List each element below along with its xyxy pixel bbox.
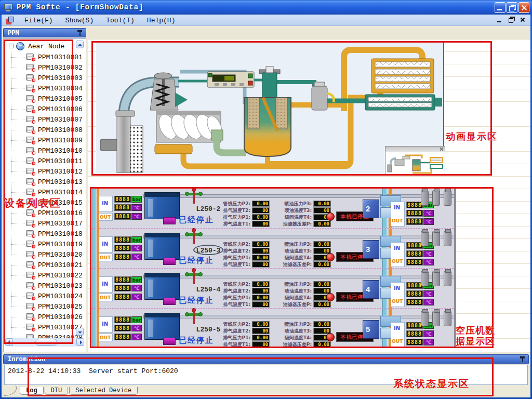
field-value: 0.00 — [313, 201, 331, 207]
led-display: 8888 — [114, 213, 131, 220]
tree-item-PPM10310005[interactable]: PPM10310005 — [4, 94, 86, 104]
tree-item-PPM10310014[interactable]: PPM10310014 — [4, 187, 86, 197]
tree-item-label: PPM10310025 — [38, 303, 83, 311]
tree-item-PPM10310001[interactable]: PPM10310001 — [4, 52, 86, 62]
network-globe-icon — [16, 42, 24, 50]
tree-item-PPM10310027[interactable]: PPM10310027 — [4, 322, 86, 332]
tree-item-PPM10310011[interactable]: PPM10310011 — [4, 156, 86, 166]
tree-item-PPM10310009[interactable]: PPM10310009 — [4, 135, 86, 145]
animation-thumbnail-window[interactable] — [385, 146, 445, 176]
field-label: 管线压力P2: — [218, 321, 250, 327]
led-display: 8888 — [406, 290, 423, 297]
tree-connector — [11, 286, 24, 286]
in-label: IN — [394, 245, 400, 251]
tree-item-label: PPM10310003 — [38, 74, 83, 82]
client-area: PPM Aear Node PPM10310001PPM10310002PPM1… — [2, 26, 530, 397]
filter-canister-icon — [444, 231, 451, 246]
out-label: OUT — [100, 215, 111, 220]
status-led — [163, 217, 176, 224]
offline-x-icon — [31, 68, 36, 72]
filter-canister-icon — [432, 271, 440, 286]
led-display: 8888 — [114, 334, 131, 340]
field-label: 排气压力P1: — [218, 255, 250, 261]
tree-item-PPM10310015[interactable]: PPM10310015 — [4, 197, 86, 208]
offline-x-icon — [31, 192, 36, 197]
compressor-animation-canvas — [96, 43, 444, 176]
device-node-icon — [26, 105, 35, 113]
tree-item-label: PPM10310016 — [38, 209, 83, 217]
tree-connector — [11, 88, 24, 89]
mdi-restore-button[interactable] — [508, 16, 515, 23]
offline-x-icon — [31, 296, 36, 301]
horizontal-scrollbar[interactable] — [5, 338, 84, 347]
tree-item-PPM10310006[interactable]: PPM10310006 — [4, 104, 86, 114]
tab-dtu[interactable]: DTU — [45, 387, 69, 395]
status-text: 已经停止 — [179, 256, 214, 265]
pin-icon[interactable] — [520, 356, 525, 363]
filter-canister-icon — [432, 190, 440, 206]
scroll-right-button[interactable] — [76, 338, 84, 346]
scroll-down-button[interactable] — [76, 328, 84, 336]
tree-item-PPM10310007[interactable]: PPM10310007 — [4, 114, 86, 125]
tree-item-PPM10310017[interactable]: PPM10310017 — [4, 218, 86, 229]
log-output-area: 2012-8-22 14:10:33 Server start Port:602… — [4, 365, 528, 385]
offline-x-icon — [31, 203, 36, 207]
offline-x-icon — [31, 234, 36, 238]
tree-item-PPM10310008[interactable]: PPM10310008 — [4, 125, 86, 135]
tree-item-label: PPM10310004 — [38, 85, 83, 92]
restore-button[interactable] — [507, 2, 517, 13]
tree-item-PPM10310020[interactable]: PPM10310020 — [4, 249, 86, 260]
menu-item-helph[interactable]: Help(H) — [141, 16, 182, 25]
tree-item-PPM10310026[interactable]: PPM10310026 — [4, 312, 86, 322]
menu-item-filef[interactable]: File(F) — [18, 16, 59, 25]
filter-canister-icon — [421, 231, 429, 246]
scroll-left-button[interactable] — [5, 338, 13, 346]
tree-item-label: PPM10310020 — [38, 251, 83, 259]
tree-connector — [11, 265, 24, 265]
tab-selected-device[interactable]: Selected Device — [69, 387, 138, 395]
tree-item-PPM10310019[interactable]: PPM10310019 — [4, 239, 86, 249]
minimize-button[interactable] — [495, 2, 506, 13]
tree-item-PPM10310021[interactable]: PPM10310021 — [4, 260, 86, 270]
field-label: 喷油温度T3: — [276, 328, 312, 334]
temperature-unit-badge: ℃ — [423, 339, 434, 345]
offline-x-icon — [31, 140, 36, 145]
temperature-unit-badge: ℃ — [131, 285, 142, 291]
tree-item-PPM10310013[interactable]: PPM10310013 — [4, 177, 86, 187]
led-display: 8888 — [406, 339, 423, 345]
tree-item-PPM10310024[interactable]: PPM10310024 — [4, 291, 86, 301]
field-label: 排气温度T2: — [218, 328, 250, 334]
alarm-lamp-icon — [326, 212, 335, 221]
tree-item-PPM10310012[interactable]: PPM10310012 — [4, 166, 86, 177]
tree-connector — [11, 171, 24, 172]
tree-item-PPM10310025[interactable]: PPM10310025 — [4, 301, 86, 312]
offline-x-icon — [31, 151, 36, 155]
tree-item-PPM10310002[interactable]: PPM10310002 — [4, 62, 86, 73]
tree-item-PPM10310023[interactable]: PPM10310023 — [4, 281, 86, 291]
pin-icon[interactable] — [77, 30, 83, 36]
scrollbar-thumb[interactable] — [35, 339, 57, 346]
tree-item-PPM10310016[interactable]: PPM10310016 — [4, 208, 86, 218]
tree-item-PPM10310003[interactable]: PPM10310003 — [4, 73, 86, 83]
thumbnail-close-icon[interactable] — [440, 147, 444, 151]
collapse-icon[interactable] — [9, 44, 14, 48]
field-label: 管线压力P2: — [218, 241, 250, 247]
tree-root-node[interactable]: Aear Node — [4, 42, 86, 52]
scroll-up-button[interactable] — [76, 41, 84, 48]
thumbnail-title-bar[interactable] — [385, 147, 445, 152]
temperature-unit-badge: ℃ — [131, 204, 142, 211]
tree-item-PPM10310022[interactable]: PPM10310022 — [4, 270, 86, 281]
tree-item-PPM10310010[interactable]: PPM10310010 — [4, 145, 86, 156]
field-label: 排气温度T1: — [218, 221, 250, 227]
tree-item-PPM10310018[interactable]: PPM10310018 — [4, 229, 86, 239]
menu-item-toolt[interactable]: Tool(T) — [100, 16, 141, 25]
tab-log[interactable]: Log — [20, 387, 44, 395]
mdi-close-button[interactable] — [519, 16, 526, 23]
field-value: 0.00 — [252, 201, 270, 207]
field-value: 00 — [252, 288, 270, 294]
temperature-unit-badge: ℃ — [423, 299, 434, 305]
tree-item-PPM10310004[interactable]: PPM10310004 — [4, 83, 86, 94]
mdi-minimize-button[interactable] — [496, 16, 503, 23]
menu-item-shows[interactable]: Show(S) — [59, 16, 100, 25]
close-button[interactable] — [518, 2, 529, 13]
